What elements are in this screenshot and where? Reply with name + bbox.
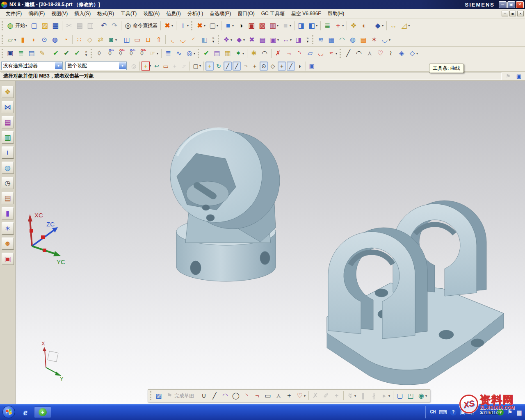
sketch-shape-dropdown-icon[interactable]: ▾ — [304, 394, 306, 398]
command-finder-button[interactable]: ◎命令查找器 — [123, 21, 159, 31]
edit-section-dropdown-icon[interactable]: ▾ — [382, 24, 383, 27]
select-handler-dropdown-icon[interactable]: ▾ — [157, 52, 158, 55]
restore-button[interactable]: ▣ — [507, 1, 515, 8]
start-dropdown-icon[interactable]: ▾ — [25, 24, 27, 27]
new-window-button[interactable]: ▢▾ — [208, 21, 219, 31]
reattach-sketch-button[interactable]: ◳ — [406, 391, 415, 401]
poly-spline-button[interactable]: ⋏ — [365, 48, 374, 58]
toolbar-grip[interactable] — [150, 391, 152, 400]
face-oh-button[interactable]: ◊O/h — [137, 48, 147, 58]
knowledge-key-button[interactable]: ✱ — [249, 48, 259, 58]
analysis-csys-dropdown-icon[interactable]: ▾ — [242, 52, 244, 55]
studio-spline-button[interactable]: ♡ — [375, 48, 385, 58]
snap-toggle-button[interactable]: +▾ — [142, 62, 152, 71]
emboss-button[interactable]: ◔ — [61, 35, 71, 45]
doc-close-button[interactable]: ✕ — [517, 11, 524, 16]
scope-filter-arrow-icon[interactable]: ▼ — [119, 62, 126, 69]
sketch-point-button[interactable]: + — [284, 391, 294, 401]
undo-button[interactable]: ↶ — [99, 21, 109, 31]
system-materials-button[interactable]: ▤ — [2, 192, 14, 204]
network-signal-tray-icon[interactable]: ▆ — [516, 409, 523, 415]
arc-button[interactable]: ◠ — [354, 48, 364, 58]
layer-settings-button[interactable]: ≣ — [322, 21, 332, 31]
view-background-button[interactable]: ■▾ — [281, 21, 292, 31]
snap-on-curve-button[interactable]: ╱ — [287, 62, 295, 71]
sketch-constraints-dropdown-icon[interactable]: ▾ — [354, 394, 356, 398]
smooth-curve-button[interactable]: ≈▾ — [326, 48, 338, 58]
view-background-dropdown-icon[interactable]: ▾ — [290, 24, 291, 27]
resize-face-button[interactable]: ↔▾ — [281, 35, 293, 45]
corner-curve-button[interactable]: ¬ — [284, 48, 294, 58]
datum-plane-button[interactable]: ◇ — [85, 35, 95, 45]
constraint-navigator-button[interactable]: ⋈ — [2, 101, 14, 113]
start-button[interactable]: ◍开始▾ — [5, 21, 28, 31]
coil-spring-button[interactable]: ≣ — [163, 48, 173, 58]
boolean-unite-button[interactable]: ◙▾ — [106, 35, 118, 45]
menu-item-2[interactable]: 视图(V) — [48, 9, 71, 18]
blend-curve-button[interactable]: ◡ — [316, 48, 326, 58]
sheet-body-button[interactable]: ◡▾ — [380, 35, 392, 45]
annotation-note-button[interactable]: ✎ — [37, 48, 47, 58]
revolve-button[interactable]: ◗ — [29, 35, 39, 45]
assembly-navigator-button[interactable]: ❖ — [2, 86, 14, 98]
sketch-rectangle-button[interactable]: ▭ — [263, 391, 273, 401]
marquee-select-button[interactable]: ▢▾ — [192, 62, 202, 71]
language-indicator[interactable]: CH — [430, 409, 436, 415]
new-item-launcher[interactable]: + — [34, 406, 51, 418]
replace-face-button[interactable]: ◆▾ — [234, 35, 246, 45]
roles-button[interactable]: ☻ — [2, 237, 14, 250]
menu-item-1[interactable]: 编辑(E) — [25, 9, 48, 18]
move-object-button[interactable]: ⇄ — [96, 35, 105, 45]
part-navigator-button[interactable]: ▤ — [2, 116, 14, 128]
touch-mode-dropdown-icon[interactable]: ▾ — [204, 24, 205, 27]
split-body-button[interactable]: ◧ — [199, 35, 209, 45]
split-screen-button[interactable]: ◨ — [296, 21, 306, 31]
extrude-button[interactable]: ▮ — [18, 35, 28, 45]
sketch-circle-button[interactable]: ◯ — [231, 391, 241, 401]
toolbar-overflow-button[interactable]: »▾ — [305, 34, 310, 45]
toolbar-grip[interactable] — [91, 49, 93, 58]
section-view-2-button[interactable]: ▩ — [257, 21, 267, 31]
sketch-task-button[interactable]: ▨ — [154, 391, 164, 401]
open-file-button[interactable]: ▨ — [40, 21, 50, 31]
internet-explorer-launcher[interactable]: e — [19, 406, 32, 418]
touch-panel-button[interactable]: ▣ — [2, 253, 14, 265]
snap-toggle-dropdown-icon[interactable]: ▾ — [149, 64, 151, 68]
measure-distance-button[interactable]: ↔ — [388, 21, 398, 31]
show-hide-button[interactable]: ❖ — [349, 21, 358, 31]
sheet-body-dropdown-icon[interactable]: ▾ — [389, 38, 390, 42]
history-button[interactable]: ◷ — [2, 177, 14, 189]
web-browser-button[interactable]: ◍ — [2, 162, 14, 174]
move-face-button[interactable]: ❖▾ — [221, 35, 233, 45]
process-navigator-button[interactable]: ▤ — [212, 48, 222, 58]
menu-item-12[interactable]: 星空 V6.936F — [288, 9, 324, 18]
snap-mid-button[interactable]: ╱ — [233, 62, 241, 71]
start-button[interactable] — [2, 406, 15, 418]
menu-item-3[interactable]: 插入(S) — [71, 9, 94, 18]
heal-geometry-button[interactable]: ✔ — [62, 48, 71, 58]
toolbar-grip[interactable] — [191, 21, 193, 30]
reuse-library-button[interactable]: ▥ — [2, 131, 14, 144]
pattern-face-button[interactable]: ▣▾ — [268, 35, 280, 45]
snap-end-button[interactable]: ╱ — [224, 62, 232, 71]
chamfer-plane-button[interactable]: ▱ — [305, 48, 315, 58]
menu-item-6[interactable]: 装配(A) — [140, 9, 163, 18]
sketch-line-button[interactable]: ╱ — [210, 391, 219, 401]
menu-item-0[interactable]: 文件(F) — [2, 9, 25, 18]
offset-region-button[interactable]: ◨ — [294, 35, 304, 45]
extension-spring-button[interactable]: ∿ — [174, 48, 184, 58]
toolbar-grip[interactable] — [198, 49, 200, 58]
menu-item-4[interactable]: 格式(R) — [94, 9, 117, 18]
minimize-button[interactable]: ─ — [499, 1, 507, 8]
bounded-plane-button[interactable]: ◍ — [348, 35, 358, 45]
menu-item-8[interactable]: 分析(L) — [184, 9, 207, 18]
info-tools-dropdown-icon[interactable]: ▾ — [187, 24, 189, 27]
visualization-gallery-button[interactable]: ▮ — [2, 207, 14, 219]
pattern-feature-button[interactable]: ∷ — [74, 35, 84, 45]
section-surface-button[interactable]: ◠ — [337, 35, 347, 45]
toolbar-grip[interactable] — [2, 21, 4, 30]
deform-surface-button[interactable]: ▤ — [358, 35, 368, 45]
new-file-button[interactable]: ▢ — [29, 21, 39, 31]
machining-table-button[interactable]: ▦ — [223, 48, 233, 58]
sketch-button[interactable]: ▱▾ — [5, 35, 17, 45]
